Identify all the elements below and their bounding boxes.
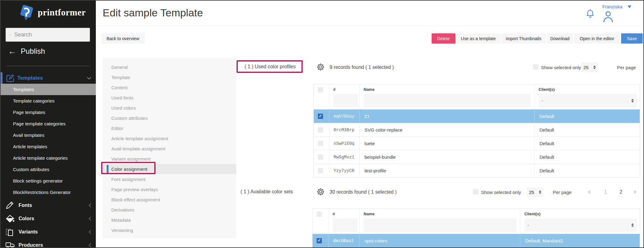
sidebar-item-article-templates[interactable]: Article templates xyxy=(1,141,96,152)
tab-avail-template-assignment[interactable]: Avail template assignment xyxy=(103,144,236,154)
used-color-profiles-table: # Name Client(s) - eqV7GVuyCIDefaultRrcM… xyxy=(313,84,640,178)
client-filter-select[interactable]: - xyxy=(539,94,637,107)
row-checkbox[interactable] xyxy=(318,141,323,146)
sidebar-submenu: TemplatesTemplate categoriesPage templat… xyxy=(1,84,96,198)
pagination-prev-icon[interactable]: ‹ xyxy=(588,188,590,196)
show-selected-only-checkbox[interactable] xyxy=(473,189,478,194)
user-avatar-icon[interactable] xyxy=(603,11,614,24)
sidebar-item-template-categories[interactable]: Template categories xyxy=(1,95,96,107)
tab-block-effect-assignment[interactable]: Block effect assignment xyxy=(103,195,236,205)
save-button[interactable]: Save xyxy=(621,33,643,44)
id-filter-input[interactable] xyxy=(333,218,357,232)
sidebar-back-publish[interactable]: ← Publish xyxy=(8,47,45,56)
notifications-bell-icon[interactable] xyxy=(586,9,595,19)
row-checkbox[interactable] xyxy=(318,114,323,119)
search-icon xyxy=(10,32,11,38)
sidebar-item-avail-templates[interactable]: Avail templates xyxy=(1,129,96,141)
per-page-select[interactable]: 25 xyxy=(581,62,598,72)
show-selected-only-checkbox[interactable] xyxy=(533,64,538,69)
tab-used-colors[interactable]: Used colors xyxy=(103,103,236,113)
tab-variant-assignment[interactable]: Variant assignment xyxy=(103,154,236,164)
back-to-overview-button[interactable]: Back to overview xyxy=(101,33,145,44)
row-checkbox[interactable] xyxy=(318,154,323,160)
row-checkbox[interactable] xyxy=(318,127,323,132)
back-arrow-icon: ← xyxy=(8,47,16,56)
name-filter-input[interactable] xyxy=(364,218,516,232)
brand-logo-icon xyxy=(19,4,35,21)
row-clients: Default xyxy=(535,150,640,164)
section-label: Templates xyxy=(17,75,43,81)
per-page-label: Per page xyxy=(617,65,636,70)
tab-derivatives[interactable]: Derivatives xyxy=(103,205,236,215)
pagination-page-2[interactable]: 2 xyxy=(620,189,622,195)
column-header-id: # xyxy=(333,87,359,92)
pagination-page-1[interactable]: 1 xyxy=(604,189,607,195)
tab-template[interactable]: Template xyxy=(103,72,236,82)
tab-editor[interactable]: Editor xyxy=(103,123,236,133)
pagination-next-icon[interactable]: › xyxy=(634,188,636,196)
tab-font-assignment[interactable]: Font assignment xyxy=(103,174,236,184)
truck-icon xyxy=(6,242,16,248)
tab-color-assignment[interactable]: Color assignment xyxy=(103,164,236,174)
client-filter-value: - xyxy=(542,98,543,103)
used-color-profiles-label: ( 1 ) Used color profiles xyxy=(245,64,296,69)
id-filter-input[interactable] xyxy=(333,94,358,107)
sidebar-section-templates[interactable]: Templates xyxy=(1,72,96,84)
table-row[interactable]: dmzGBao1spot-colorsDefault, Mandant2 xyxy=(313,234,640,247)
select-all-checkbox[interactable] xyxy=(318,87,323,92)
tab-used-fonts[interactable]: Used fonts xyxy=(103,93,236,103)
sidebar-item-article-template-categories[interactable]: Article template categories xyxy=(1,152,96,164)
table-body: dmzGBao1spot-colorsDefault, Mandant2 xyxy=(313,234,640,247)
sidebar-item-blockrestrictions-generator[interactable]: BlockRestrictions Generator xyxy=(1,187,96,198)
table-row[interactable]: eqV7GVuyCIDefault xyxy=(314,109,640,123)
sidebar-item-colors[interactable]: Colors xyxy=(1,212,96,225)
tab-page-preview-overlays[interactable]: Page preview overlays xyxy=(103,184,236,195)
sidebar-item-block-settings-generator[interactable]: Block settings generator xyxy=(1,175,96,187)
sidebar-item-templates[interactable]: Templates xyxy=(1,84,96,95)
per-page-select[interactable]: 25 xyxy=(527,187,544,197)
chevron-left-icon xyxy=(88,216,92,221)
search-input[interactable] xyxy=(14,32,86,38)
tab-custom-attributes[interactable]: Custom attributes xyxy=(103,113,236,123)
chevron-left-icon xyxy=(88,203,92,208)
delete-button[interactable]: Delete xyxy=(432,33,455,44)
sidebar-item-label: Fonts xyxy=(19,203,32,208)
caret-down-icon[interactable] xyxy=(628,6,631,8)
search-box[interactable] xyxy=(6,28,90,42)
table-row[interactable]: RrcM3BrpSVG color-replaceDefault xyxy=(314,123,640,137)
sidebar-item-label: Variants xyxy=(19,229,38,235)
row-checkbox[interactable] xyxy=(317,238,322,243)
sidebar-item-variants[interactable]: Variants xyxy=(1,226,96,238)
brand-logo[interactable]: printformer xyxy=(19,4,86,21)
table-row[interactable]: Yzy7yyCRtest-profileDefault xyxy=(314,164,640,177)
tab-content[interactable]: Content xyxy=(103,82,236,93)
import-thumbnails-button[interactable]: import Thumbnails xyxy=(501,33,546,44)
row-name: SVG color-replace xyxy=(360,123,535,137)
sidebar-item-producers[interactable]: Producers xyxy=(1,239,96,248)
client-filter-select[interactable]: - xyxy=(524,218,637,232)
table-row[interactable]: MwSgMvz1beispiel-bundleDefault xyxy=(314,150,640,164)
gear-icon[interactable] xyxy=(317,188,325,196)
open-in-editor-button[interactable]: Open in the editor xyxy=(574,33,620,44)
show-selected-only-label: Show selected only xyxy=(541,65,581,70)
row-checkbox[interactable] xyxy=(318,168,323,173)
per-page-label: Per page xyxy=(553,190,572,195)
show-selected-only-label: Show selected only xyxy=(481,190,521,195)
tab-article-template-assignment[interactable]: Article template assignment xyxy=(103,133,236,144)
tab-metadata[interactable]: Metadata xyxy=(103,215,236,225)
name-filter-input[interactable] xyxy=(364,94,531,107)
gear-icon[interactable] xyxy=(317,63,325,71)
copies-icon xyxy=(6,228,16,236)
row-id: RrcM3Brp xyxy=(329,123,360,137)
download-button[interactable]: Download xyxy=(547,33,573,44)
table-row[interactable]: n5wPiE0qtueteDefault xyxy=(314,137,640,150)
tab-general[interactable]: General xyxy=(103,62,236,72)
tab-versioning[interactable]: Versioning xyxy=(103,225,236,235)
sidebar-item-page-template-categories[interactable]: Page template categories xyxy=(1,118,96,129)
use-as-template-button[interactable]: Use as a template xyxy=(456,33,500,44)
sidebar-item-custom-attributes[interactable]: Custom attributes xyxy=(1,164,96,175)
select-all-checkbox[interactable] xyxy=(317,212,322,217)
sidebar-item-page-templates[interactable]: Page templates xyxy=(1,107,96,118)
sidebar-item-fonts[interactable]: Fonts xyxy=(1,199,96,212)
user-menu[interactable]: Franziska xyxy=(602,4,622,9)
